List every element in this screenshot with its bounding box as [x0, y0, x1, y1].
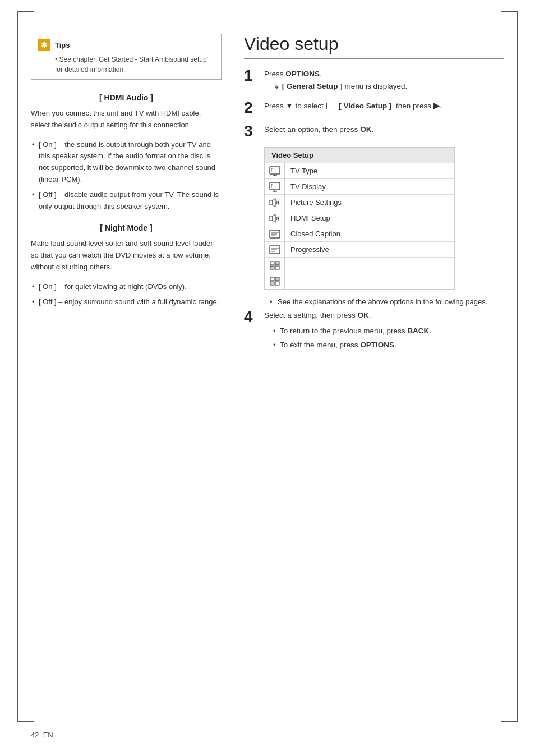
table-header: Video Setup [265, 148, 454, 163]
table-row-progressive: Progressive [285, 242, 454, 258]
hdmi-audio-heading: [ HDMI Audio ] [31, 93, 222, 102]
step-4-number: 4 [244, 309, 257, 325]
table-row-tv-display: TV Display [285, 179, 454, 195]
svg-marker-13 [273, 214, 275, 222]
page-language: EN [43, 731, 53, 739]
step-4-content: Select a setting, then press OK. To retu… [264, 309, 504, 354]
step-1: 1 Press OPTIONS. ↳ [ General Setup ] men… [244, 68, 504, 92]
tips-box: ✱ Tips See chapter 'Get Started - Start … [31, 34, 222, 80]
step-2: 2 Press ▼ to select [ Video Setup ], the… [244, 100, 504, 116]
icon-hdmi-setup [265, 210, 284, 226]
step-1-number: 1 [244, 68, 257, 84]
step-4-bullet-2: To exit the menu, press OPTIONS. [273, 339, 504, 351]
svg-rect-22 [270, 262, 274, 265]
tips-star-icon: ✱ [38, 39, 50, 51]
page-number: 42 [31, 731, 39, 739]
hdmi-audio-bullet-2: [ Off ] – disable audio output from your… [31, 189, 222, 213]
icon-grid-2 [265, 273, 284, 289]
left-column: ✱ Tips See chapter 'Get Started - Start … [31, 34, 222, 361]
svg-rect-29 [275, 282, 279, 285]
step-3: 3 Select an option, then press OK. [244, 123, 504, 139]
table-row-picture-settings: Picture Settings [285, 195, 454, 210]
hdmi-audio-bullet-1: [ On ] – the sound is output through bot… [31, 139, 222, 186]
step-4: 4 Select a setting, then press OK. To re… [244, 309, 504, 354]
svg-rect-24 [270, 266, 274, 269]
icon-tv-display [265, 179, 284, 195]
night-mode-heading: [ Night Mode ] [31, 223, 222, 232]
tips-text: See chapter 'Get Started - Start Ambisou… [38, 54, 214, 75]
svg-rect-23 [275, 262, 279, 265]
night-mode-bullet-2: [ Off ] – enjoy surround sound with a fu… [31, 296, 222, 308]
icon-grid-1 [265, 258, 284, 273]
table-icons-column [265, 163, 285, 289]
table-body: TV Type TV Display Picture Settings HDMI… [265, 163, 454, 289]
step-4-sub-bullets: To return to the previous menu, press BA… [264, 325, 504, 351]
tips-header: ✱ Tips [38, 39, 214, 51]
icon-tv-type [265, 163, 284, 179]
step-3-number: 3 [244, 123, 257, 139]
svg-rect-12 [270, 216, 273, 221]
icon-picture-settings [265, 195, 284, 210]
step-2-content: Press ▼ to select [ Video Setup ], then … [264, 100, 504, 112]
svg-rect-25 [275, 266, 279, 269]
night-mode-body: Make loud sound level softer and soft so… [31, 238, 222, 273]
table-row-empty-1 [285, 258, 454, 273]
table-row-empty-2 [285, 273, 454, 289]
icon-closed-caption [265, 226, 284, 242]
table-row-tv-type: TV Type [285, 163, 454, 179]
table-note: See the explanations of the above option… [264, 297, 504, 306]
table-labels-column: TV Type TV Display Picture Settings HDMI… [285, 163, 454, 289]
tips-title: Tips [55, 41, 70, 49]
table-row-closed-caption: Closed Caption [285, 226, 454, 242]
page-footer: 42 EN [31, 731, 53, 739]
svg-rect-27 [275, 277, 279, 281]
svg-rect-26 [270, 277, 274, 281]
video-setup-table: Video Setup [264, 147, 455, 290]
steps-container: 1 Press OPTIONS. ↳ [ General Setup ] men… [244, 68, 504, 354]
night-mode-bullet-1: [ On ] – for quiet viewing at night (DVD… [31, 281, 222, 293]
video-setup-title: Video setup [244, 34, 504, 59]
table-row-hdmi-setup: HDMI Setup [285, 210, 454, 226]
step-3-content: Select an option, then press OK. [264, 123, 504, 136]
hdmi-audio-body: When you connect this unit and TV with H… [31, 108, 222, 131]
right-column: Video setup 1 Press OPTIONS. ↳ [ General… [244, 34, 504, 361]
svg-rect-28 [270, 282, 274, 285]
step-4-bullet-1: To return to the previous menu, press BA… [273, 325, 504, 337]
night-mode-bullets: [ On ] – for quiet viewing at night (DVD… [31, 281, 222, 308]
step-2-number: 2 [244, 100, 257, 116]
hdmi-audio-bullets: [ On ] – the sound is output through bot… [31, 139, 222, 213]
svg-rect-10 [270, 200, 273, 205]
svg-marker-11 [273, 199, 275, 207]
step-1-indent: ↳ [ General Setup ] menu is displayed. [264, 80, 504, 93]
step-1-content: Press OPTIONS. ↳ [ General Setup ] menu … [264, 68, 504, 92]
icon-progressive [265, 242, 284, 258]
